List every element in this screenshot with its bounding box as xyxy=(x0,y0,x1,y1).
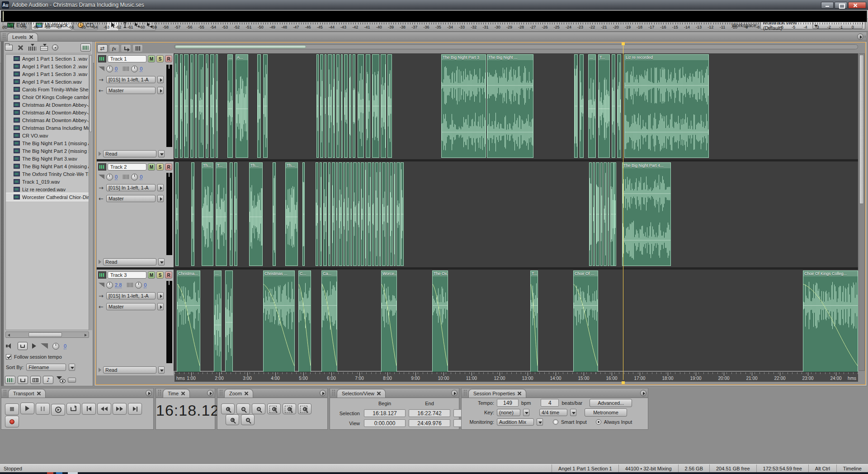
collapse-arrow-icon[interactable] xyxy=(99,368,101,372)
volume-knob[interactable] xyxy=(106,282,113,289)
track-input-select[interactable]: [01S] In 1-left, 1-A xyxy=(106,76,156,83)
panel-menu-icon[interactable] xyxy=(207,390,213,396)
audio-clip[interactable]: T... xyxy=(530,270,538,374)
show-loop-files-button[interactable] xyxy=(18,376,28,384)
audio-clip[interactable] xyxy=(387,54,392,158)
file-item[interactable]: The Oxford Trinity Choir-We Thre xyxy=(6,170,89,178)
audio-clip[interactable] xyxy=(604,162,607,266)
volume-knob[interactable] xyxy=(106,66,113,72)
pan-knob[interactable] xyxy=(135,282,142,289)
audio-clip[interactable] xyxy=(320,162,322,266)
transport-play-button[interactable] xyxy=(20,403,34,414)
pan-value[interactable]: 0 xyxy=(144,282,146,288)
audio-clip[interactable] xyxy=(368,162,371,266)
transport-pause-button[interactable] xyxy=(36,403,50,415)
pan-value[interactable]: 0 xyxy=(140,66,142,72)
audio-clip[interactable] xyxy=(190,54,193,158)
audio-clip[interactable] xyxy=(372,54,379,158)
audio-clip[interactable] xyxy=(580,54,584,158)
track-name-field[interactable]: Track 3 xyxy=(108,271,146,279)
monitoring-dropdown-icon[interactable] xyxy=(537,418,543,426)
automation-mode-select[interactable]: Read xyxy=(103,150,156,157)
audio-clip[interactable] xyxy=(257,54,261,158)
solo-button[interactable]: S xyxy=(156,55,164,62)
smart-input-radio[interactable] xyxy=(553,419,558,425)
time-signature-select[interactable]: 4/4 time xyxy=(539,409,567,416)
audio-clip[interactable] xyxy=(332,162,335,266)
monitoring-select[interactable]: Audition Mix xyxy=(497,418,534,426)
audio-clip[interactable] xyxy=(353,54,355,158)
panel-menu-icon[interactable] xyxy=(451,390,458,396)
record-arm-button[interactable]: R xyxy=(165,163,172,171)
follow-session-tempo-checkbox[interactable] xyxy=(6,354,11,360)
maximize-button[interactable] xyxy=(835,2,847,9)
audio-clip[interactable] xyxy=(401,162,404,266)
audio-clip[interactable] xyxy=(593,162,595,266)
audio-clip[interactable]: Ca... xyxy=(321,270,337,374)
zoom-in-left-edge-button[interactable] xyxy=(283,403,296,414)
track-name-field[interactable]: Track 1 xyxy=(108,55,146,62)
extract-cd-icon[interactable] xyxy=(52,44,58,51)
audio-clip[interactable]: A... xyxy=(236,54,248,158)
audio-clip[interactable] xyxy=(316,162,318,266)
panel-menu-icon[interactable] xyxy=(320,390,326,396)
audio-clip[interactable] xyxy=(600,162,603,266)
audio-clip[interactable] xyxy=(346,162,349,266)
tab-zoom[interactable]: Zoom xyxy=(224,389,253,398)
file-list-scrollbar[interactable] xyxy=(89,54,92,330)
audio-clip[interactable] xyxy=(610,162,614,266)
scroll-left-icon[interactable] xyxy=(8,334,10,337)
taskbar-item[interactable] xyxy=(68,472,78,474)
zoom-in-horizontal-button[interactable] xyxy=(221,403,235,414)
automation-dropdown-icon[interactable] xyxy=(158,150,165,157)
audio-clip[interactable] xyxy=(302,162,305,266)
automation-mode-select[interactable]: Read xyxy=(103,366,156,374)
input-expand-icon[interactable] xyxy=(157,184,164,191)
close-tab-icon[interactable] xyxy=(181,392,185,395)
track-lane[interactable]: ...A...The Big Night Part 3The Big Night… xyxy=(175,53,858,159)
scroll-thumb[interactable] xyxy=(175,45,306,48)
time-signature-dropdown-icon[interactable] xyxy=(570,409,576,416)
zoom-out-full-button[interactable] xyxy=(252,403,265,414)
audio-clip[interactable] xyxy=(341,54,343,158)
audio-clip[interactable] xyxy=(366,54,370,158)
panel-drag-strip[interactable] xyxy=(1,32,4,386)
advanced-options-icon[interactable] xyxy=(68,378,76,383)
file-item[interactable]: Christmas At Downton Abbey-Ang xyxy=(6,109,89,116)
transport-fast-forward-button[interactable] xyxy=(113,403,127,415)
audio-clip[interactable] xyxy=(316,54,319,158)
volume-value[interactable]: 0 xyxy=(115,66,118,72)
show-video-files-button[interactable] xyxy=(30,376,41,384)
transport-stop-button[interactable] xyxy=(5,403,19,415)
key-select[interactable]: (none) xyxy=(497,409,520,416)
collapse-arrow-icon[interactable] xyxy=(99,260,101,264)
tab-levels[interactable]: Levels xyxy=(7,33,38,41)
file-item[interactable]: The Big Night Part 1 (missing Ang xyxy=(6,139,89,147)
level-meter[interactable] xyxy=(1,10,867,22)
track-output-select[interactable]: Master xyxy=(106,303,156,310)
track-input-select[interactable]: [01S] In 1-left, 1-A xyxy=(106,184,156,191)
import-audio-icon[interactable] xyxy=(28,47,36,51)
advanced-button[interactable]: Advanced... xyxy=(590,399,632,407)
timeline-ruler[interactable]: 1:002:003:004:005:006:007:008:009:0010:0… xyxy=(175,372,858,382)
close-tab-icon[interactable] xyxy=(37,392,41,395)
zoom-in-right-edge-button[interactable] xyxy=(298,403,311,414)
audio-clip[interactable] xyxy=(180,54,183,158)
filter-view-icon[interactable] xyxy=(56,376,66,384)
audio-clip[interactable]: Choir Of ... xyxy=(573,270,598,374)
audio-clip[interactable] xyxy=(216,54,218,158)
track-name-field[interactable]: Track 2 xyxy=(108,163,146,171)
audio-clip[interactable] xyxy=(574,54,578,158)
file-item[interactable]: Angel 1 Part 1 Section 2 .wav xyxy=(6,62,89,70)
file-item[interactable]: Christmas At Downton Abbey-Ang xyxy=(6,101,89,109)
timeline-hscrollbar[interactable] xyxy=(174,44,858,49)
audio-clip[interactable] xyxy=(617,54,621,158)
audio-clip[interactable] xyxy=(381,54,386,158)
audio-clip[interactable] xyxy=(372,162,374,266)
audio-clip[interactable] xyxy=(336,54,340,158)
audio-clip[interactable] xyxy=(387,162,389,266)
audio-clip[interactable] xyxy=(396,162,400,266)
audio-clip[interactable]: ... xyxy=(588,54,596,158)
always-input-radio[interactable] xyxy=(596,419,601,425)
scroll-thumb[interactable] xyxy=(859,55,864,204)
